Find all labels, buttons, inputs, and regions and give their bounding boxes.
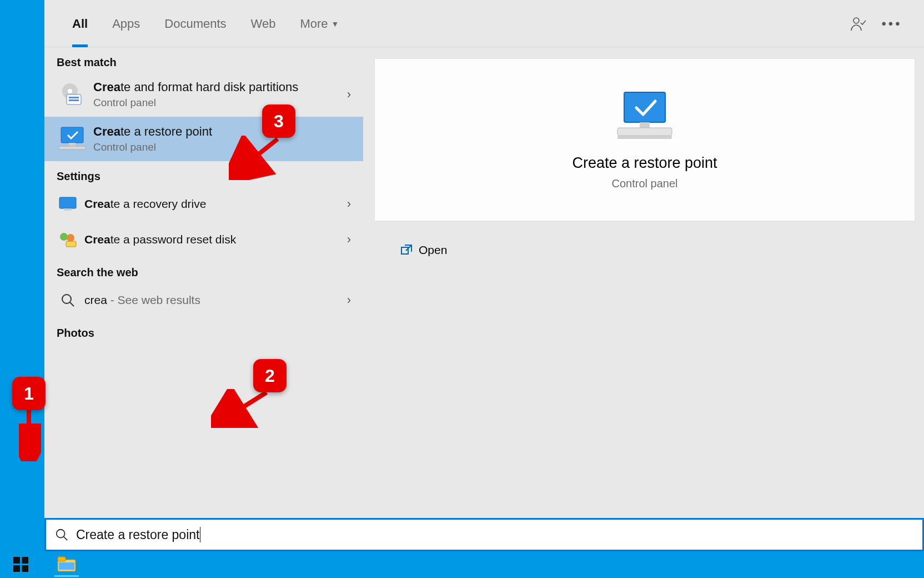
match-rest: te a restore point [120, 124, 212, 138]
svg-point-28 [57, 530, 65, 538]
svg-rect-20 [66, 241, 76, 247]
chevron-right-icon: › [342, 87, 351, 102]
svg-rect-25 [617, 128, 672, 136]
svg-point-21 [62, 295, 71, 303]
action-open[interactable]: Open [394, 235, 915, 266]
windows-logo-icon [13, 557, 29, 572]
password-reset-icon [57, 228, 79, 251]
text-cursor [200, 527, 200, 542]
annotation-callout-3: 3 [262, 104, 295, 138]
match-rest: te and format hard disk partitions [120, 80, 298, 94]
file-explorer-icon [57, 556, 76, 572]
open-icon [394, 243, 419, 257]
start-button[interactable] [11, 555, 31, 575]
chevron-right-icon: › [342, 232, 351, 247]
detail-title: Create a restore point [572, 155, 717, 172]
action-open-label: Open [419, 243, 447, 257]
recovery-drive-icon [57, 193, 79, 215]
disk-partitions-icon [57, 79, 88, 110]
detail-subtitle: Control panel [612, 177, 678, 190]
desktop-background [0, 0, 44, 578]
restore-point-large-icon [614, 90, 675, 143]
svg-rect-3 [22, 565, 28, 572]
result-web-search[interactable]: crea - See web results › [44, 282, 363, 318]
svg-point-7 [853, 18, 859, 23]
search-input-value: Create a restore point [76, 527, 199, 542]
svg-rect-24 [640, 122, 650, 128]
result-create-restore-point[interactable]: Create a restore point Control panel [44, 117, 363, 161]
tab-documents[interactable]: Documents [152, 1, 238, 47]
search-flyout: All Apps Documents Web More ▼ ••• Best m… [44, 0, 924, 551]
match-rest: te a password reset disk [111, 233, 236, 246]
section-search-web: Search the web [44, 257, 363, 282]
svg-rect-1 [22, 557, 28, 564]
taskbar [0, 551, 924, 578]
svg-rect-0 [13, 557, 20, 564]
svg-point-19 [67, 234, 74, 242]
svg-rect-23 [624, 92, 665, 122]
annotation-callout-1: 1 [12, 377, 46, 410]
match-bold: Crea [84, 197, 111, 210]
match-rest: te a recovery drive [111, 197, 207, 210]
chevron-right-icon: › [342, 197, 351, 211]
more-options-button[interactable]: ••• [875, 7, 908, 41]
file-explorer-taskbar-button[interactable] [54, 552, 79, 577]
detail-card: Create a restore point Control panel [374, 58, 915, 221]
person-check-icon [850, 16, 867, 32]
svg-point-9 [68, 89, 72, 93]
svg-rect-26 [617, 136, 672, 139]
results-pane: Best match Create and format hard disk p… [44, 47, 363, 518]
tab-all[interactable]: All [60, 1, 100, 47]
svg-point-18 [60, 233, 68, 241]
chevron-down-icon: ▼ [332, 19, 339, 28]
svg-rect-27 [401, 247, 408, 254]
svg-rect-5 [58, 557, 66, 561]
search-icon [55, 528, 68, 541]
svg-rect-16 [59, 197, 76, 208]
match-bold: Crea [93, 124, 120, 138]
svg-rect-2 [13, 565, 20, 572]
svg-line-29 [64, 537, 67, 540]
web-suffix: - See web results [107, 293, 200, 306]
search-tabs: All Apps Documents Web More ▼ ••• [44, 1, 924, 47]
svg-rect-14 [69, 143, 76, 146]
web-query: crea [84, 293, 107, 306]
section-photos: Photos [44, 318, 363, 343]
result-subtitle: Control panel [93, 141, 351, 153]
svg-rect-13 [61, 127, 83, 143]
svg-rect-6 [59, 562, 74, 570]
tab-more-label: More [300, 17, 328, 31]
result-create-recovery-drive[interactable]: Create a recovery drive › [44, 186, 363, 222]
svg-line-22 [70, 302, 74, 306]
svg-rect-17 [64, 208, 72, 211]
match-bold: Crea [84, 233, 111, 246]
svg-rect-12 [69, 99, 79, 101]
section-best-match: Best match [44, 47, 363, 72]
search-icon [57, 289, 79, 311]
account-button[interactable] [842, 7, 875, 41]
ellipsis-icon: ••• [881, 16, 902, 32]
result-create-format-disk[interactable]: Create and format hard disk partitions C… [44, 72, 363, 117]
svg-rect-15 [59, 146, 86, 150]
detail-pane: Create a restore point Control panel Ope… [363, 47, 924, 518]
result-subtitle: Control panel [93, 97, 342, 109]
tab-more[interactable]: More ▼ [288, 1, 351, 47]
chevron-right-icon: › [342, 293, 351, 307]
restore-point-icon [57, 123, 88, 155]
result-create-password-reset-disk[interactable]: Create a password reset disk › [44, 222, 363, 257]
match-bold: Crea [93, 80, 120, 94]
search-input[interactable]: Create a restore point [44, 518, 924, 551]
tab-apps[interactable]: Apps [100, 1, 152, 47]
svg-rect-11 [69, 97, 79, 98]
annotation-callout-2: 2 [253, 359, 287, 392]
section-settings: Settings [44, 161, 363, 186]
tab-web[interactable]: Web [239, 1, 288, 47]
